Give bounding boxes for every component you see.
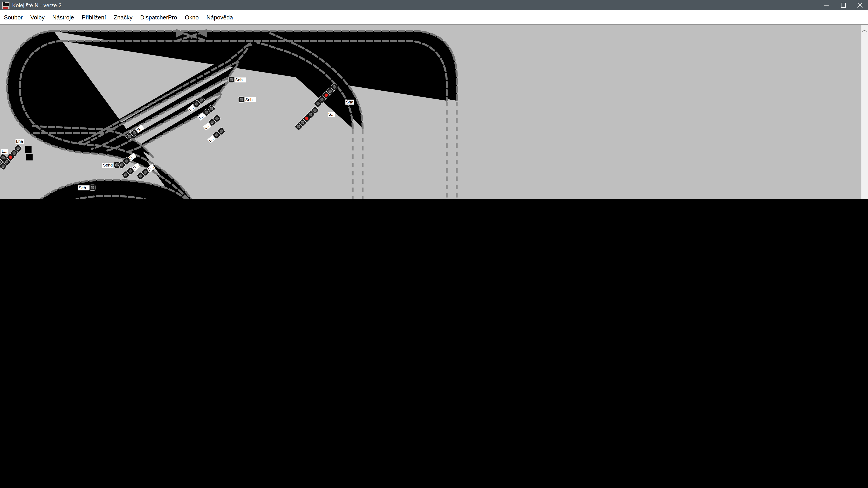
panel-label-group[interactable]: Seh.. (228, 77, 246, 82)
sensor-icon (228, 77, 234, 82)
panel-label-group[interactable]: Seh.. (78, 185, 95, 190)
track-label: Lha (16, 139, 24, 144)
menu-item-znaky[interactable]: Značky (110, 14, 136, 20)
window-title: Kolejiště N - verze 2 (12, 2, 61, 8)
panel-label-group[interactable]: Seh.. (239, 97, 256, 102)
track-rails (4, 31, 457, 199)
panel-label-group[interactable]: L... (1, 149, 8, 154)
track-bumper[interactable] (25, 146, 31, 153)
menu-item-volby[interactable]: Volby (26, 14, 49, 20)
panel-label-group[interactable]: Lha (16, 139, 24, 144)
menu-bar: SouborVolbyNástrojePřiblíženíZnačkyDispa… (0, 10, 868, 25)
layout-editor-canvas[interactable]: Seh..Seh..ShaS...L...L...L...L...L...Lha… (0, 25, 862, 199)
track-bumper[interactable] (26, 154, 33, 160)
track-label: L... (1, 149, 8, 154)
signal-head (90, 185, 95, 190)
track-label: S... (328, 112, 335, 117)
close-button[interactable] (851, 0, 868, 10)
vertical-scrollbar[interactable]: ︿ (861, 25, 868, 199)
track-label: Sha (345, 100, 354, 105)
scroll-up-icon[interactable]: ︿ (862, 27, 868, 33)
signal-head (239, 97, 244, 102)
jmri-app-icon (2, 1, 9, 8)
track-label: Seh.. (235, 77, 246, 82)
track-label: Seh.. (245, 97, 255, 102)
track-label: Seh.. (78, 185, 89, 190)
menu-item-npovda[interactable]: Nápověda (203, 14, 237, 20)
minimize-button[interactable] (818, 0, 835, 10)
track-label: Sehd (102, 162, 113, 167)
panel-label-group[interactable]: Sha (345, 100, 354, 105)
hidden-track-ties (352, 102, 457, 199)
sensor-icon (239, 97, 244, 102)
hidden-track-rails (352, 102, 457, 199)
maximize-button[interactable] (835, 0, 851, 10)
menu-item-dispatcherpro[interactable]: DispatcherPro (136, 14, 181, 20)
desktop: Kolejiště N - verze 2 SouborVolbyNástroj… (0, 0, 868, 199)
menu-item-soubor[interactable]: Soubor (0, 14, 26, 20)
panel-label-group[interactable]: Sehd (102, 162, 119, 168)
menu-item-piblen[interactable]: Přiblížení (78, 14, 110, 20)
menu-item-nstroje[interactable]: Nástroje (49, 14, 78, 20)
signal-head (228, 77, 234, 82)
sensor-icon (90, 185, 95, 190)
panel-label-group[interactable]: S... (328, 112, 335, 117)
menu-item-okno[interactable]: Okno (181, 14, 203, 20)
window-titlebar[interactable]: Kolejiště N - verze 2 (0, 0, 868, 10)
